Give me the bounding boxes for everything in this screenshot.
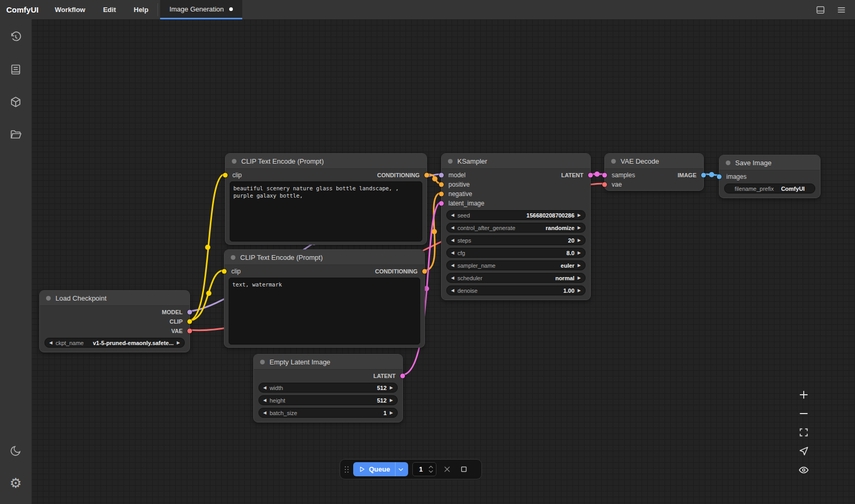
image-output-port[interactable] xyxy=(701,173,706,178)
menu-help[interactable]: Help xyxy=(125,0,158,19)
fit-view-icon[interactable] xyxy=(796,426,811,439)
decrement-arrow-icon[interactable]: ◀ xyxy=(49,341,52,345)
node-clip-text-encode-negative[interactable]: CLIP Text Encode (Prompt) clip CONDITION… xyxy=(224,249,425,348)
menu-edit[interactable]: Edit xyxy=(94,0,125,19)
queue-log-icon[interactable] xyxy=(0,58,31,81)
count-increment-icon[interactable] xyxy=(429,465,433,468)
vae-input-port[interactable] xyxy=(602,182,607,187)
latent-image-input-port[interactable] xyxy=(439,201,444,206)
decrement-arrow-icon[interactable]: ◀ xyxy=(451,276,454,280)
node-title-bar[interactable]: KSampler xyxy=(442,154,590,169)
node-collapse-dot[interactable] xyxy=(46,296,51,301)
node-title-bar[interactable]: CLIP Text Encode (Prompt) xyxy=(226,154,426,169)
bottom-panel-icon[interactable] xyxy=(810,0,831,19)
widget-ckpt-name[interactable]: ◀ ckpt_name v1-5-pruned-emaonly.safete..… xyxy=(44,338,185,348)
batch-count-input[interactable]: 1 xyxy=(412,462,436,476)
node-title-bar[interactable]: Save Image xyxy=(719,155,820,170)
clip-input-port[interactable] xyxy=(222,269,227,274)
widget-control-after-generate[interactable]: ◀ control_after_generate randomize ▶ xyxy=(446,223,586,233)
actionbar-drag-handle[interactable] xyxy=(344,466,349,473)
zoom-in-icon[interactable] xyxy=(796,388,811,401)
widget-denoise[interactable]: ◀ denoise 1.00 ▶ xyxy=(446,285,586,295)
node-graph-canvas[interactable]: Load Checkpoint MODEL CLIP VAE ◀ ckpt_na… xyxy=(31,19,855,504)
widget-cfg[interactable]: ◀ cfg 8.0 ▶ xyxy=(446,248,586,258)
node-collapse-dot[interactable] xyxy=(611,159,616,164)
widget-batch-size[interactable]: ◀ batch_size 1 ▶ xyxy=(258,408,398,418)
count-decrement-icon[interactable] xyxy=(429,470,433,473)
increment-arrow-icon[interactable]: ▶ xyxy=(390,386,393,390)
node-collapse-dot[interactable] xyxy=(448,159,453,164)
widget-height[interactable]: ◀ height 512 ▶ xyxy=(258,395,398,405)
node-clip-text-encode-positive[interactable]: CLIP Text Encode (Prompt) clip CONDITION… xyxy=(225,153,427,245)
conditioning-output-port[interactable] xyxy=(422,269,427,274)
node-collapse-dot[interactable] xyxy=(726,161,730,165)
widget-sampler-name[interactable]: ◀ sampler_name euler ▶ xyxy=(446,260,586,270)
node-load-checkpoint[interactable]: Load Checkpoint MODEL CLIP VAE ◀ ckpt_na… xyxy=(39,290,190,352)
decrement-arrow-icon[interactable]: ◀ xyxy=(451,264,454,268)
widget-steps[interactable]: ◀ steps 20 ▶ xyxy=(446,235,586,245)
increment-arrow-icon[interactable]: ▶ xyxy=(578,251,581,255)
decrement-arrow-icon[interactable]: ◀ xyxy=(263,411,266,415)
menu-workflow[interactable]: Workflow xyxy=(46,0,94,19)
queue-options-chevron[interactable] xyxy=(395,462,408,476)
node-title-bar[interactable]: VAE Decode xyxy=(605,154,703,169)
decrement-arrow-icon[interactable]: ◀ xyxy=(451,251,454,255)
negative-input-port[interactable] xyxy=(439,192,444,197)
widget-filename-prefix[interactable]: filename_prefix ComfyUI xyxy=(724,184,815,193)
negative-prompt-textarea[interactable]: text, watermark xyxy=(229,278,420,345)
decrement-arrow-icon[interactable]: ◀ xyxy=(451,226,454,230)
model-output-port[interactable] xyxy=(187,310,192,315)
vae-output-port[interactable] xyxy=(187,329,192,334)
node-collapse-dot[interactable] xyxy=(260,360,265,364)
node-collapse-dot[interactable] xyxy=(231,255,235,260)
increment-arrow-icon[interactable]: ▶ xyxy=(578,213,581,217)
clear-queue-icon[interactable] xyxy=(441,463,453,476)
clip-input-port[interactable] xyxy=(223,173,228,178)
node-title-bar[interactable]: CLIP Text Encode (Prompt) xyxy=(224,250,424,265)
node-collapse-dot[interactable] xyxy=(232,159,237,164)
node-save-image[interactable]: Save Image images filename_prefix ComfyU… xyxy=(719,155,820,198)
increment-arrow-icon[interactable]: ▶ xyxy=(578,276,581,280)
workflow-tab[interactable]: Image Generation xyxy=(160,0,242,19)
images-input-port[interactable] xyxy=(717,175,722,179)
widget-seed[interactable]: ◀ seed 156680208700286 ▶ xyxy=(446,210,586,220)
increment-arrow-icon[interactable]: ▶ xyxy=(578,289,581,293)
select-mode-cursor-icon[interactable] xyxy=(796,445,811,457)
model-input-port[interactable] xyxy=(439,173,444,178)
increment-arrow-icon[interactable]: ▶ xyxy=(390,411,393,415)
clip-output-port[interactable] xyxy=(187,319,192,324)
zoom-out-icon[interactable] xyxy=(796,407,811,420)
theme-toggle-moon-icon[interactable] xyxy=(0,439,31,462)
decrement-arrow-icon[interactable]: ◀ xyxy=(451,238,454,243)
samples-input-port[interactable] xyxy=(602,173,607,178)
latent-output-port[interactable] xyxy=(588,173,593,178)
stop-icon[interactable] xyxy=(457,463,470,476)
workflows-folder-icon[interactable] xyxy=(0,123,31,146)
increment-arrow-icon[interactable]: ▶ xyxy=(578,226,581,230)
toggle-link-visibility-eye-icon[interactable] xyxy=(796,464,811,476)
increment-arrow-icon[interactable]: ▶ xyxy=(177,341,180,345)
decrement-arrow-icon[interactable]: ◀ xyxy=(263,386,266,390)
latent-output-port[interactable] xyxy=(400,374,405,379)
increment-arrow-icon[interactable]: ▶ xyxy=(390,398,393,403)
node-empty-latent-image[interactable]: Empty Latent Image LATENT ◀ width 512 ▶ … xyxy=(253,354,403,422)
queue-button[interactable]: Queue xyxy=(353,462,408,476)
node-ksampler[interactable]: KSampler model LATENT positive negative … xyxy=(441,153,591,300)
node-title-bar[interactable]: Empty Latent Image xyxy=(254,354,402,370)
decrement-arrow-icon[interactable]: ◀ xyxy=(263,398,266,403)
history-icon[interactable] xyxy=(0,26,31,49)
widget-width[interactable]: ◀ width 512 ▶ xyxy=(258,383,398,393)
settings-gear-icon[interactable]: ⚙ xyxy=(0,472,31,495)
hamburger-menu-icon[interactable] xyxy=(831,0,852,19)
conditioning-output-port[interactable] xyxy=(424,173,429,178)
decrement-arrow-icon[interactable]: ◀ xyxy=(451,289,454,293)
node-vae-decode[interactable]: VAE Decode samples IMAGE vae xyxy=(604,153,704,191)
positive-prompt-textarea[interactable]: beautiful scenery nature glass bottle la… xyxy=(230,181,422,242)
node-library-icon[interactable] xyxy=(0,90,31,113)
increment-arrow-icon[interactable]: ▶ xyxy=(578,238,581,243)
node-title-bar[interactable]: Load Checkpoint xyxy=(40,291,189,306)
widget-scheduler[interactable]: ◀ scheduler normal ▶ xyxy=(446,273,586,283)
increment-arrow-icon[interactable]: ▶ xyxy=(578,264,581,268)
positive-input-port[interactable] xyxy=(439,182,444,187)
decrement-arrow-icon[interactable]: ◀ xyxy=(451,213,454,217)
